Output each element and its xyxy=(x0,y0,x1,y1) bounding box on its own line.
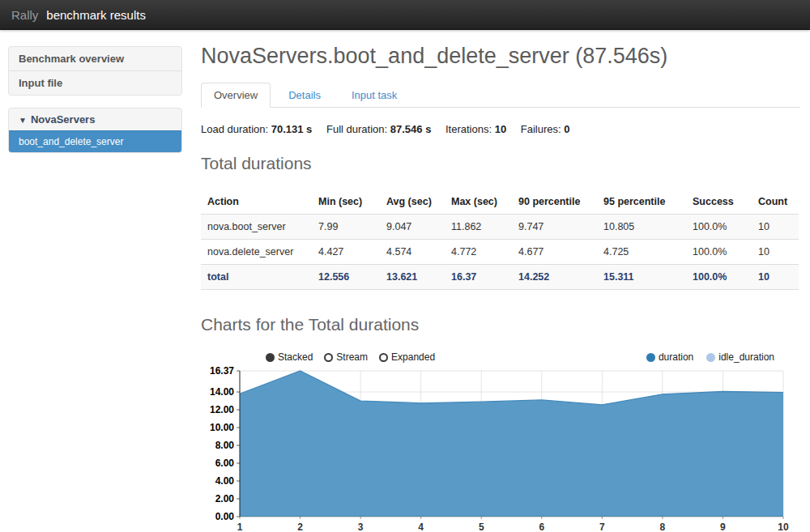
total-durations-table: Action Min (sec) Avg (sec) Max (sec) 90 … xyxy=(201,189,799,289)
col-min: Min (sec) xyxy=(318,189,386,215)
chart-controls-row: Stacked Stream Expanded duration idle_du… xyxy=(201,351,800,364)
svg-text:0.00: 0.00 xyxy=(215,511,235,522)
total-durations-heading: Total durations xyxy=(201,154,800,173)
expanded-radio[interactable]: Expanded xyxy=(379,351,435,363)
table-row: nova.delete_server 4.427 4.574 4.772 4.6… xyxy=(201,240,799,265)
col-90-percentile: 90 percentile xyxy=(518,189,603,215)
collapse-triangle-icon: ▼ xyxy=(19,116,27,125)
main-content: NovaServers.boot_and_delete_server (87.5… xyxy=(201,36,800,532)
radio-selected-icon xyxy=(266,353,275,362)
sidebar: Benchmark overview Input file ▼NovaServe… xyxy=(8,46,182,153)
legend-item-idle-duration[interactable]: idle_duration xyxy=(706,351,774,363)
table-total-row: total 12.556 13.621 16.37 14.252 15.311 … xyxy=(201,265,799,290)
svg-text:7: 7 xyxy=(599,521,605,532)
stacked-area-chart: 0.002.004.006.008.0010.0012.0014.0016.37… xyxy=(201,366,800,532)
col-avg: Avg (sec) xyxy=(386,189,451,215)
col-max: Max (sec) xyxy=(451,189,518,215)
sidebar-item-boot-and-delete-server[interactable]: boot_and_delete_server xyxy=(9,130,181,152)
svg-text:16.37: 16.37 xyxy=(210,366,234,377)
tab-overview[interactable]: Overview xyxy=(201,83,271,108)
sidebar-scenario-group: ▼NovaServers boot_and_delete_server xyxy=(8,108,182,153)
sidebar-nav-group: Benchmark overview Input file xyxy=(8,46,182,96)
svg-text:6.00: 6.00 xyxy=(215,458,235,469)
cell-action: nova.boot_server xyxy=(201,215,318,240)
svg-text:2: 2 xyxy=(297,521,303,532)
tab-input-task[interactable]: Input task xyxy=(339,83,410,108)
sidebar-item-benchmark-overview[interactable]: Benchmark overview xyxy=(9,47,181,70)
tab-details[interactable]: Details xyxy=(275,83,334,108)
radio-unselected-icon xyxy=(324,353,333,362)
svg-text:3: 3 xyxy=(358,521,364,532)
sidebar-item-input-file[interactable]: Input file xyxy=(9,70,181,95)
svg-text:12.00: 12.00 xyxy=(210,404,234,415)
col-success: Success xyxy=(693,189,758,215)
svg-text:10.00: 10.00 xyxy=(210,422,234,433)
app-brand: Rally xyxy=(11,8,38,22)
legend-dot-icon xyxy=(706,353,715,362)
svg-text:6: 6 xyxy=(539,521,544,532)
radio-unselected-icon xyxy=(379,353,388,362)
chart-mode-radio-group: Stacked Stream Expanded xyxy=(266,351,435,363)
charts-heading: Charts for the Total durations xyxy=(201,315,800,334)
svg-text:1: 1 xyxy=(237,521,243,532)
legend-item-duration[interactable]: duration xyxy=(646,351,693,363)
stat-load-duration: Load duration: 70.131 s xyxy=(201,123,312,135)
svg-text:8: 8 xyxy=(660,521,666,532)
table-header-row: Action Min (sec) Avg (sec) Max (sec) 90 … xyxy=(201,189,799,215)
stacked-radio[interactable]: Stacked xyxy=(266,351,313,363)
svg-text:2.00: 2.00 xyxy=(215,493,235,504)
page-title: NovaServers.boot_and_delete_server (87.5… xyxy=(201,44,800,69)
col-count: Count xyxy=(758,189,799,215)
legend-dot-icon xyxy=(646,353,655,362)
svg-text:14.00: 14.00 xyxy=(210,386,234,398)
stat-iterations: Iterations: 10 xyxy=(446,123,506,135)
stat-failures: Failures: 0 xyxy=(521,123,570,135)
svg-text:4: 4 xyxy=(418,521,424,532)
svg-text:10: 10 xyxy=(778,521,789,532)
scenario-group-label: NovaServers xyxy=(31,113,96,126)
stat-full-duration: Full duration: 87.546 s xyxy=(326,123,431,135)
col-action: Action xyxy=(201,189,318,215)
svg-text:5: 5 xyxy=(479,521,484,532)
cell-action: nova.delete_server xyxy=(201,240,318,265)
svg-text:9: 9 xyxy=(720,521,726,532)
top-navbar: Rally benchmark results xyxy=(0,0,810,30)
navbar-title: benchmark results xyxy=(46,8,146,22)
cell-total-label: total xyxy=(201,265,318,290)
sidebar-group-novaservers[interactable]: ▼NovaServers xyxy=(9,109,181,130)
svg-text:8.00: 8.00 xyxy=(215,440,235,451)
chart-legend: duration idle_duration xyxy=(646,351,774,363)
col-95-percentile: 95 percentile xyxy=(603,189,693,215)
run-stats: Load duration: 70.131 s Full duration: 8… xyxy=(201,123,800,135)
stream-radio[interactable]: Stream xyxy=(324,351,368,363)
svg-text:4.00: 4.00 xyxy=(215,475,235,487)
table-bottom-border xyxy=(201,289,799,290)
tab-bar: Overview Details Input task xyxy=(201,83,800,108)
table-row: nova.boot_server 7.99 9.047 11.862 9.747… xyxy=(201,215,799,240)
